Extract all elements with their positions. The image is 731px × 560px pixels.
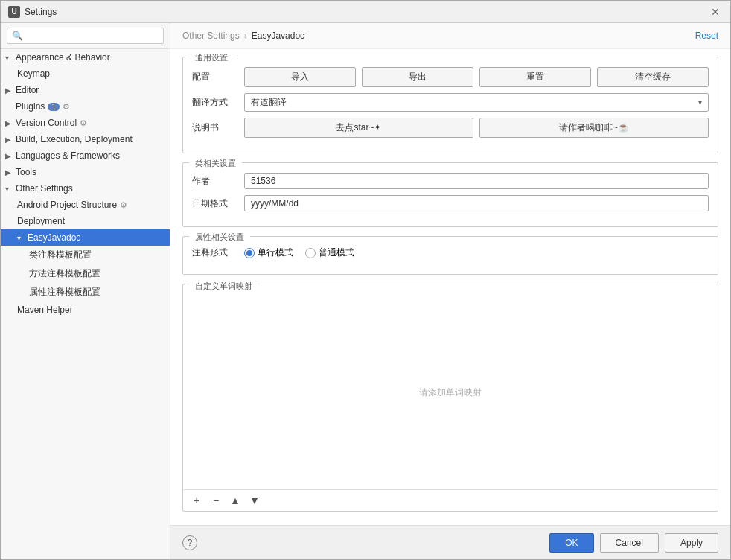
- import-button[interactable]: 导入: [244, 67, 356, 87]
- sidebar-item-label: EasyJavadoc: [28, 232, 80, 243]
- export-button[interactable]: 导出: [362, 67, 473, 87]
- translate-value: 有道翻译: [251, 96, 698, 109]
- sidebar-item-label: Deployment: [17, 216, 65, 226]
- sidebar-item-label: Plugins: [16, 101, 45, 112]
- date-format-label: 日期格式: [192, 197, 244, 210]
- add-word-button[interactable]: +: [189, 493, 204, 508]
- sidebar: ▾ Appearance & Behavior Keymap ▶ Editor …: [1, 23, 170, 559]
- title-bar: U Settings ✕: [1, 1, 730, 23]
- sidebar-item-label: 属性注释模板配置: [29, 286, 100, 299]
- app-icon: U: [8, 6, 20, 18]
- sidebar-item-label: Tools: [16, 167, 36, 177]
- config-label: 配置: [192, 71, 244, 83]
- sidebar-item-label: Keymap: [17, 69, 50, 79]
- sidebar-item-label: Appearance & Behavior: [16, 52, 110, 63]
- comment-style-label: 注释形式: [192, 246, 244, 259]
- window-title: Settings: [25, 7, 708, 17]
- search-box: [1, 23, 170, 49]
- author-input[interactable]: [244, 173, 709, 189]
- config-controls: 导入 导出 重置 清空缓存: [244, 67, 709, 87]
- sidebar-item-label: Other Settings: [16, 183, 73, 194]
- reset-button[interactable]: 重置: [479, 67, 591, 87]
- field-section: 属性相关设置 注释形式 单行模式 普通模式: [182, 236, 718, 275]
- settings-content: 通用设置 配置 导入 导出 重置 清空缓存 翻译方式: [170, 49, 730, 525]
- gear-icon: ⚙: [63, 102, 70, 112]
- sidebar-item-deployment[interactable]: Deployment: [1, 213, 170, 229]
- breadcrumb-separator: ›: [244, 31, 247, 41]
- general-section: 通用设置 配置 导入 导出 重置 清空缓存 翻译方式: [182, 57, 718, 153]
- gear-icon: ⚙: [120, 200, 127, 210]
- move-up-button[interactable]: ▲: [228, 493, 243, 508]
- cancel-button[interactable]: Cancel: [600, 533, 659, 553]
- question-mark-icon: ?: [188, 538, 193, 548]
- sidebar-item-method-template[interactable]: 方法注释模板配置: [1, 264, 170, 283]
- class-section-title: 类相关设置: [189, 156, 242, 171]
- expand-icon: ▶: [5, 152, 13, 160]
- ok-button[interactable]: OK: [549, 533, 593, 553]
- date-format-input[interactable]: [244, 195, 709, 211]
- sidebar-item-label: Version Control: [16, 118, 77, 128]
- general-section-title: 通用设置: [189, 51, 234, 65]
- sidebar-item-plugins[interactable]: Plugins 1 ⚙: [1, 98, 170, 115]
- translate-select[interactable]: 有道翻译 ▾: [244, 93, 709, 112]
- breadcrumb-parent: Other Settings: [182, 31, 240, 41]
- plugins-badge: 1: [48, 103, 60, 111]
- main-panel: Other Settings › EasyJavadoc Reset 通用设置 …: [170, 23, 730, 559]
- class-section: 类相关设置 作者 日期格式: [182, 162, 718, 227]
- sidebar-item-version-control[interactable]: ▶ Version Control ⚙: [1, 115, 170, 131]
- word-map-toolbar: + − ▲ ▼: [183, 489, 718, 511]
- sidebar-item-android-project[interactable]: Android Project Structure ⚙: [1, 197, 170, 213]
- gear-icon: ⚙: [80, 118, 87, 128]
- expand-icon: ▾: [5, 54, 13, 62]
- date-format-row: 日期格式: [192, 195, 709, 211]
- coffee-button[interactable]: 请作者喝咖啡~☕: [479, 118, 709, 138]
- radio-single-indicator: [244, 248, 255, 258]
- sidebar-item-easy-javadoc[interactable]: ▾ EasyJavadoc: [1, 229, 170, 246]
- word-map-section-title: 自定义单词映射: [189, 278, 258, 295]
- expand-icon: ▶: [5, 168, 13, 176]
- move-down-button[interactable]: ▼: [247, 493, 262, 508]
- expand-icon: ▶: [5, 136, 13, 144]
- help-button[interactable]: ?: [182, 535, 197, 550]
- sidebar-item-languages[interactable]: ▶ Languages & Frameworks: [1, 147, 170, 164]
- word-map-body: 请添加单词映射: [183, 296, 718, 489]
- word-map-section: 自定义单词映射 请添加单词映射 + − ▲ ▼: [182, 284, 718, 512]
- sidebar-item-maven-helper[interactable]: Maven Helper: [1, 302, 170, 318]
- comment-style-radio-group: 单行模式 普通模式: [244, 246, 354, 259]
- radio-normal-mode[interactable]: 普通模式: [305, 246, 354, 259]
- author-label: 作者: [192, 175, 244, 188]
- remove-word-button[interactable]: −: [208, 493, 223, 508]
- expand-icon: ▾: [5, 185, 13, 193]
- expand-icon: ▾: [17, 234, 25, 242]
- breadcrumb-current: EasyJavadoc: [252, 31, 304, 41]
- close-button[interactable]: ✕: [708, 4, 723, 19]
- translate-label: 翻译方式: [192, 96, 244, 109]
- radio-single-mode[interactable]: 单行模式: [244, 246, 293, 259]
- sidebar-item-label: Editor: [16, 85, 39, 95]
- sidebar-item-editor[interactable]: ▶ Editor: [1, 82, 170, 98]
- manual-label: 说明书: [192, 121, 244, 134]
- sidebar-item-build[interactable]: ▶ Build, Execution, Deployment: [1, 131, 170, 147]
- chevron-down-icon: ▾: [698, 98, 702, 106]
- radio-normal-indicator: [305, 248, 316, 258]
- expand-icon: ▶: [5, 86, 13, 95]
- radio-single-label: 单行模式: [258, 246, 293, 259]
- search-input[interactable]: [7, 28, 164, 44]
- sidebar-item-field-template[interactable]: 属性注释模板配置: [1, 283, 170, 302]
- author-row: 作者: [192, 173, 709, 189]
- sidebar-item-appearance[interactable]: ▾ Appearance & Behavior: [1, 49, 170, 66]
- sidebar-item-label: 方法注释模板配置: [29, 267, 100, 280]
- clear-cache-button[interactable]: 清空缓存: [597, 67, 709, 87]
- field-section-title: 属性相关设置: [189, 230, 250, 244]
- word-map-placeholder: 请添加单词映射: [419, 386, 482, 399]
- sidebar-item-keymap[interactable]: Keymap: [1, 66, 170, 82]
- reset-link[interactable]: Reset: [695, 31, 718, 41]
- sidebar-item-other-settings[interactable]: ▾ Other Settings: [1, 180, 170, 197]
- apply-button[interactable]: Apply: [665, 533, 718, 553]
- sidebar-item-tools[interactable]: ▶ Tools: [1, 164, 170, 180]
- config-row: 配置 导入 导出 重置 清空缓存: [192, 67, 709, 87]
- star-button[interactable]: 去点star~✦: [244, 118, 473, 138]
- radio-normal-label: 普通模式: [319, 246, 354, 259]
- bottom-bar: ? OK Cancel Apply: [170, 525, 730, 559]
- sidebar-item-class-template[interactable]: 类注释模板配置: [1, 246, 170, 264]
